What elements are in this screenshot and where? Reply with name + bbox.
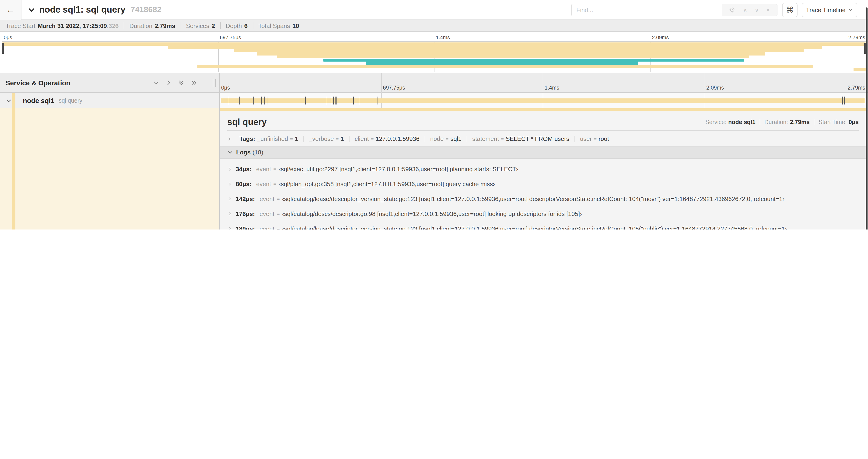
tag-key: _unfinished <box>257 135 288 142</box>
time-tick-label: 697.75μs <box>383 85 405 91</box>
equals-sign: = <box>274 166 277 172</box>
timeline-minimap[interactable] <box>2 41 866 72</box>
back-button[interactable]: ← <box>0 0 22 20</box>
top-bar: ← node sql1: sql query 7418682 ∧ ∨ × ⌘ <box>0 0 868 20</box>
log-tick-marker <box>335 97 336 104</box>
log-tick-marker <box>327 97 327 104</box>
trace-view-label: Trace Timeline <box>806 6 846 13</box>
tag-key: user <box>580 135 592 142</box>
find-prev-icon[interactable]: ∧ <box>743 7 747 13</box>
log-tick-marker <box>359 97 359 104</box>
equals-sign: = <box>594 136 597 141</box>
log-row[interactable]: 189μs:event=‹sql/catalog/lease/descripto… <box>220 221 866 230</box>
minimap-span-bar <box>197 65 813 68</box>
equals-sign: = <box>277 196 280 201</box>
logs-accordion-header[interactable]: Logs (18) <box>220 146 866 159</box>
find-next-icon[interactable]: ∨ <box>754 7 759 13</box>
log-tick-marker <box>265 97 265 104</box>
find-box: ∧ ∨ × <box>571 4 777 16</box>
log-chevron-right-icon <box>228 226 232 230</box>
span-row-service-cell[interactable]: node sql1 sql query <box>0 93 219 108</box>
divider <box>760 119 760 125</box>
timeline-gridline <box>543 73 543 111</box>
log-tick-marker <box>844 97 845 104</box>
viewport-scrubber-left-handle[interactable] <box>2 43 4 54</box>
time-tick-label: 2.09ms <box>652 35 669 40</box>
log-timestamp: 34μs: <box>236 165 251 172</box>
expand-one-chevron-right-icon[interactable] <box>166 80 172 86</box>
match-highlight-icon[interactable] <box>729 6 736 14</box>
back-arrow-icon: ← <box>6 5 15 15</box>
tag-value: root <box>598 135 609 142</box>
depth-value: 6 <box>244 22 248 29</box>
tags-label: Tags: <box>239 135 255 142</box>
log-tick-marker <box>353 97 354 104</box>
log-tick-marker <box>842 97 843 104</box>
start-time-label: Start Time: <box>818 119 847 125</box>
tag-key: client <box>355 135 369 142</box>
time-tick-label: 2.79ms <box>848 35 865 40</box>
service-value: node sql1 <box>728 119 755 125</box>
log-tick-marker <box>337 97 337 104</box>
selected-row-left-column <box>0 108 219 230</box>
duration-value: 2.79ms <box>155 22 175 29</box>
equals-sign: = <box>274 181 277 187</box>
span-duration-bar[interactable] <box>221 98 865 103</box>
collapse-trace-chevron-down-icon[interactable] <box>28 6 35 13</box>
log-tick-marker <box>261 97 262 104</box>
tag-value: sql1 <box>450 135 462 142</box>
time-tick-label: 1.4ms <box>436 35 450 40</box>
log-row[interactable]: 176μs:event=‹sql/catalog/descs/descripto… <box>220 206 866 221</box>
find-clear-icon[interactable]: × <box>766 7 770 13</box>
collapse-all-double-chevron-down-icon[interactable] <box>178 80 184 86</box>
trace-start-value: March 31 2022, 17:25:09 <box>38 22 107 29</box>
log-timestamp: 189μs: <box>236 225 255 230</box>
tag-key: statement <box>472 135 499 142</box>
minimap-span-bar <box>257 52 765 55</box>
log-field-value: ‹sql/catalog/descs/descriptor.go:98 [nsq… <box>282 210 582 217</box>
trace-id: 7418682 <box>131 5 161 14</box>
span-detail-title: sql query <box>227 117 267 127</box>
span-detail-panel: sql query Service: node sql1 Duration: 2… <box>220 111 866 230</box>
services-label: Services <box>186 22 209 29</box>
minimap-span-bar <box>168 46 822 49</box>
trace-view-selector[interactable]: Trace Timeline <box>802 3 857 17</box>
minimap-span-bar <box>854 68 866 71</box>
log-row[interactable]: 80μs:event=‹sql/plan_opt.go:358 [nsql1,c… <box>220 176 866 191</box>
span-expand-chevron-down-icon[interactable] <box>6 98 12 103</box>
divider <box>303 135 304 142</box>
equals-sign: = <box>336 136 339 141</box>
log-field-key: event <box>259 210 274 217</box>
tags-accordion[interactable]: Tags: _unfinished=1_verbose=1client=127.… <box>227 135 859 142</box>
keyboard-shortcuts-button[interactable]: ⌘ <box>782 3 798 17</box>
trace-title-group: node sql1: sql query 7418682 <box>28 0 161 20</box>
find-input[interactable] <box>572 4 722 16</box>
minimap-span-bar <box>277 55 749 59</box>
service-color-accent <box>12 93 16 230</box>
vertical-scrollbar[interactable] <box>866 7 868 230</box>
tag-value: 127.0.0.1:59936 <box>376 135 420 142</box>
equals-sign: = <box>501 136 504 141</box>
time-tick-label: 0μs <box>4 35 12 40</box>
collapse-one-chevron-down-icon[interactable] <box>153 80 159 86</box>
minimap-span-bar <box>234 49 804 52</box>
log-field-key: event <box>256 180 271 187</box>
service-operation-title: Service & Operation <box>6 79 70 87</box>
tag-item: _verbose=1 <box>309 135 344 142</box>
log-tick-marker <box>229 97 229 104</box>
time-tick-label: 0μs <box>221 85 230 91</box>
expand-all-double-chevron-right-icon[interactable] <box>191 80 197 86</box>
log-chevron-right-icon <box>228 197 232 201</box>
equals-sign: = <box>371 136 374 141</box>
log-chevron-right-icon <box>228 167 232 171</box>
column-resizer-handle[interactable] <box>213 79 216 87</box>
total-spans-label: Total Spans <box>258 22 290 29</box>
log-field-value: ‹sql/plan_opt.go:358 [nsql1,client=127.0… <box>279 180 495 187</box>
depth-label: Depth <box>226 22 242 29</box>
log-row[interactable]: 142μs:event=‹sql/catalog/lease/descripto… <box>220 191 866 206</box>
span-detail-header[interactable]: sql query Service: node sql1 Duration: 2… <box>227 114 859 131</box>
tags-chevron-right-icon <box>227 136 232 141</box>
tag-value: SELECT * FROM users <box>506 135 569 142</box>
log-row[interactable]: 34μs:event=‹sql/exec_util.go:2297 [nsql1… <box>220 161 866 176</box>
log-field-key: event <box>259 195 274 202</box>
